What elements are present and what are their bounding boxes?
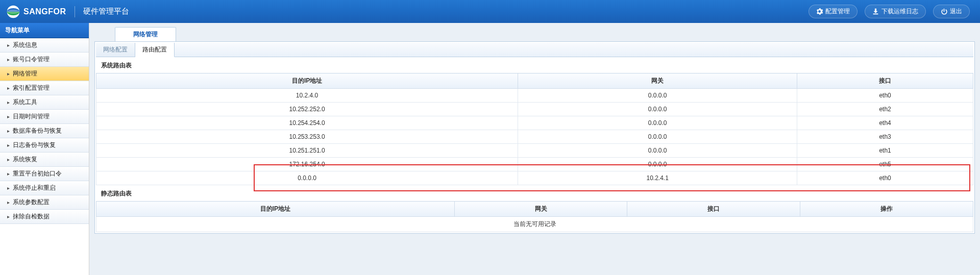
brand-logo-icon (6, 5, 20, 19)
sidebar-item-1[interactable]: ▸账号口令管理 (0, 53, 89, 67)
sidebar-item-4[interactable]: ▸系统工具 (0, 95, 89, 110)
sidebar-item-2[interactable]: ▸网络管理 (0, 67, 89, 81)
chevron-right-icon: ▸ (7, 57, 10, 62)
table-cell: 0.0.0.0 (518, 158, 797, 171)
chevron-right-icon: ▸ (7, 42, 10, 48)
chevron-right-icon: ▸ (7, 85, 10, 91)
brand-name: SANGFOR (23, 7, 66, 16)
sidebar-item-label: 日志备份与恢复 (13, 141, 56, 149)
table-cell: 0.0.0.0 (518, 144, 797, 158)
sidebar-item-label: 重置平台初始口令 (13, 169, 62, 178)
sidebar-item-8[interactable]: ▸系统恢复 (0, 153, 89, 167)
table-cell: 10.253.253.0 (96, 130, 518, 144)
app-header: SANGFOR 硬件管理平台 配置管理 下载运维日志 退出 (0, 0, 980, 23)
sidebar-item-5[interactable]: ▸日期时间管理 (0, 110, 89, 124)
table-header: 目的IP地址 (96, 202, 455, 217)
table-cell: 10.2.4.1 (518, 171, 797, 185)
sidebar-item-label: 账号口令管理 (13, 55, 50, 64)
chevron-right-icon: ▸ (7, 128, 10, 134)
sidebar-item-label: 系统工具 (13, 98, 37, 107)
sidebar-item-11[interactable]: ▸系统参数配置 (0, 195, 89, 210)
sidebar-item-label: 数据库备份与恢复 (13, 127, 62, 135)
table-cell: eth0 (797, 171, 973, 185)
subtab-1[interactable]: 路由配置 (135, 43, 175, 57)
section-system-route-label: 系统路由表 (96, 57, 973, 73)
table-cell: 10.254.254.0 (96, 116, 518, 130)
logout-label: 退出 (950, 7, 962, 16)
brand-divider (75, 6, 75, 17)
svg-point-1 (7, 9, 20, 14)
table-header: 操作 (800, 202, 973, 217)
chevron-right-icon: ▸ (7, 99, 10, 105)
gear-icon (816, 8, 823, 15)
table-row[interactable]: 10.254.254.00.0.0.0eth4 (96, 116, 973, 130)
table-header: 接口 (627, 202, 800, 217)
app-title: 硬件管理平台 (83, 7, 129, 16)
table-cell: eth5 (797, 158, 973, 171)
panel-inner: 系统路由表 目的IP地址网关接口 10.2.4.00.0.0.0eth010.2… (96, 57, 973, 232)
chevron-right-icon: ▸ (7, 214, 10, 219)
system-route-table: 目的IP地址网关接口 10.2.4.00.0.0.0eth010.252.252… (96, 73, 973, 185)
table-row[interactable]: 10.251.251.00.0.0.0eth1 (96, 144, 973, 158)
chevron-right-icon: ▸ (7, 199, 10, 205)
chevron-right-icon: ▸ (7, 171, 10, 177)
sidebar-item-6[interactable]: ▸数据库备份与恢复 (0, 124, 89, 138)
download-icon (872, 8, 879, 15)
empty-text: 当前无可用记录 (96, 217, 973, 232)
sidebar-item-0[interactable]: ▸系统信息 (0, 38, 89, 53)
download-log-label: 下载运维日志 (881, 7, 918, 16)
sidebar-title: 导航菜单 (0, 23, 89, 38)
sidebar-item-label: 日期时间管理 (13, 112, 50, 121)
sidebar-item-label: 网络管理 (13, 69, 37, 78)
table-cell: 10.252.252.0 (96, 103, 518, 116)
chevron-right-icon: ▸ (7, 157, 10, 162)
table-row[interactable]: 10.252.252.00.0.0.0eth2 (96, 103, 973, 116)
sidebar-item-label: 系统停止和重启 (13, 184, 56, 192)
table-row: 当前无可用记录 (96, 217, 973, 232)
download-log-button[interactable]: 下载运维日志 (865, 5, 926, 18)
table-cell: 0.0.0.0 (518, 89, 797, 103)
table-cell: 0.0.0.0 (96, 171, 518, 185)
chevron-right-icon: ▸ (7, 185, 10, 191)
table-row[interactable]: 172.16.254.00.0.0.0eth5 (96, 158, 973, 171)
subtab-0[interactable]: 网络配置 (96, 43, 135, 57)
sidebar-item-label: 抹除自检数据 (13, 212, 50, 221)
table-cell: 0.0.0.0 (518, 103, 797, 116)
table-row[interactable]: 10.2.4.00.0.0.0eth0 (96, 89, 973, 103)
table-header: 网关 (454, 202, 627, 217)
table-row[interactable]: 10.253.253.00.0.0.0eth3 (96, 130, 973, 144)
table-header: 目的IP地址 (96, 73, 518, 89)
sidebar-item-label: 索引配置管理 (13, 84, 50, 92)
chevron-right-icon: ▸ (7, 142, 10, 148)
config-manage-button[interactable]: 配置管理 (808, 5, 857, 18)
chevron-right-icon: ▸ (7, 114, 10, 119)
table-cell: eth4 (797, 116, 973, 130)
table-cell: eth0 (797, 89, 973, 103)
table-header: 接口 (797, 73, 973, 89)
chevron-right-icon: ▸ (7, 71, 10, 77)
sidebar-item-label: 系统信息 (13, 41, 37, 49)
top-tab-network[interactable]: 网络管理 (115, 27, 176, 41)
sidebar-item-10[interactable]: ▸系统停止和重启 (0, 181, 89, 195)
sidebar-item-12[interactable]: ▸抹除自检数据 (0, 210, 89, 224)
table-cell: eth3 (797, 130, 973, 144)
main-panel: 网络配置路由配置 系统路由表 目的IP地址网关接口 10.2.4.00.0.0.… (94, 41, 975, 234)
config-manage-label: 配置管理 (825, 7, 850, 16)
sidebar-item-3[interactable]: ▸索引配置管理 (0, 81, 89, 95)
main-area: 网络管理 网络配置路由配置 系统路由表 目的IP地址网关接口 10.2.4.00… (89, 23, 980, 275)
brand-block: SANGFOR 硬件管理平台 (6, 5, 129, 19)
power-icon (941, 8, 947, 15)
table-row[interactable]: 0.0.0.010.2.4.1eth0 (96, 171, 973, 185)
sidebar-item-label: 系统恢复 (13, 155, 37, 164)
sidebar-item-9[interactable]: ▸重置平台初始口令 (0, 167, 89, 181)
logout-button[interactable]: 退出 (933, 5, 970, 18)
static-route-table: 目的IP地址网关接口操作 当前无可用记录 (96, 201, 973, 232)
sidebar: 导航菜单 ▸系统信息▸账号口令管理▸网络管理▸索引配置管理▸系统工具▸日期时间管… (0, 23, 89, 275)
table-header: 网关 (518, 73, 797, 89)
sidebar-item-7[interactable]: ▸日志备份与恢复 (0, 138, 89, 153)
table-cell: eth1 (797, 144, 973, 158)
section-static-route-label: 静态路由表 (96, 185, 973, 201)
table-cell: 0.0.0.0 (518, 116, 797, 130)
table-cell: 10.2.4.0 (96, 89, 518, 103)
table-cell: 172.16.254.0 (96, 158, 518, 171)
